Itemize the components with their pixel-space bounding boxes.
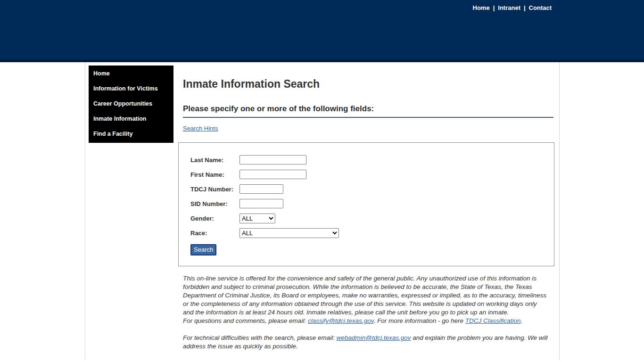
top-nav-intranet-link[interactable]: Intranet xyxy=(498,4,520,11)
section-divider xyxy=(183,117,553,118)
sidebar-item-home[interactable]: Home xyxy=(89,66,173,82)
race-select[interactable]: ALL xyxy=(239,228,339,238)
page-title: Inmate Information Search xyxy=(183,78,555,90)
sidebar: Home Information for Victims Career Oppo… xyxy=(89,66,173,143)
disclaimer-paragraph: This on-line service is offered for the … xyxy=(183,274,549,325)
first-name-input[interactable] xyxy=(239,170,306,179)
tdcj-classification-link[interactable]: TDCJ Classification xyxy=(465,317,521,324)
nav-separator: | xyxy=(493,4,495,11)
tdcj-number-label: TDCJ Number: xyxy=(190,186,239,193)
race-label: Race: xyxy=(190,230,239,237)
tdcj-number-row: TDCJ Number: xyxy=(190,184,554,194)
form-instructions: Please specify one or more of the follow… xyxy=(183,104,555,114)
top-nav-home-link[interactable]: Home xyxy=(473,4,490,11)
sidebar-item-career-opportunities[interactable]: Career Opportunities xyxy=(89,97,173,112)
tdcj-number-input[interactable] xyxy=(239,184,283,194)
gender-label: Gender: xyxy=(190,215,239,222)
site-header: Home|Intranet|Contact xyxy=(0,0,644,62)
gender-row: Gender: ALL xyxy=(190,214,554,223)
sidebar-item-information-for-victims[interactable]: Information for Victims xyxy=(89,82,173,97)
questions-text-middle: . For more information - go here xyxy=(373,317,465,324)
gender-select[interactable]: ALL xyxy=(239,214,275,223)
questions-text-after: . xyxy=(521,317,523,324)
disclaimer-body: This on-line service is offered for the … xyxy=(183,275,546,316)
nav-separator: | xyxy=(524,4,526,11)
sid-number-row: SID Number: xyxy=(190,199,554,208)
classify-email-link[interactable]: classify@tdcj.texas.gov xyxy=(308,317,374,324)
last-name-row: Last Name: xyxy=(190,155,554,165)
webadmin-email-link[interactable]: webadmin@tdcj.texas.gov xyxy=(337,334,411,341)
search-form-box: Last Name: First Name: TDCJ Number: SID … xyxy=(178,142,554,266)
sidebar-item-inmate-information[interactable]: Inmate Information xyxy=(89,112,173,127)
search-button[interactable]: Search xyxy=(190,244,216,255)
last-name-input[interactable] xyxy=(239,155,306,165)
first-name-label: First Name: xyxy=(190,171,239,178)
top-nav-contact-link[interactable]: Contact xyxy=(529,4,552,11)
sid-number-input[interactable] xyxy=(239,199,283,208)
main-content: Inmate Information Search Please specify… xyxy=(183,62,555,351)
sidebar-item-find-a-facility[interactable]: Find a Facility xyxy=(89,127,173,142)
technical-paragraph: For technical difficulties with the sear… xyxy=(183,334,549,351)
technical-text: For technical difficulties with the sear… xyxy=(183,334,337,341)
top-nav: Home|Intranet|Contact xyxy=(0,0,644,11)
questions-text: For questions and comments, please email… xyxy=(183,317,308,324)
race-row: Race: ALL xyxy=(190,228,554,238)
content-area: Home Information for Victims Career Oppo… xyxy=(85,62,560,360)
last-name-label: Last Name: xyxy=(190,156,239,164)
first-name-row: First Name: xyxy=(190,170,554,179)
disclaimer-text: This on-line service is offered for the … xyxy=(183,274,549,351)
sid-number-label: SID Number: xyxy=(190,200,239,207)
search-hints-link[interactable]: Search Hints xyxy=(183,125,218,132)
